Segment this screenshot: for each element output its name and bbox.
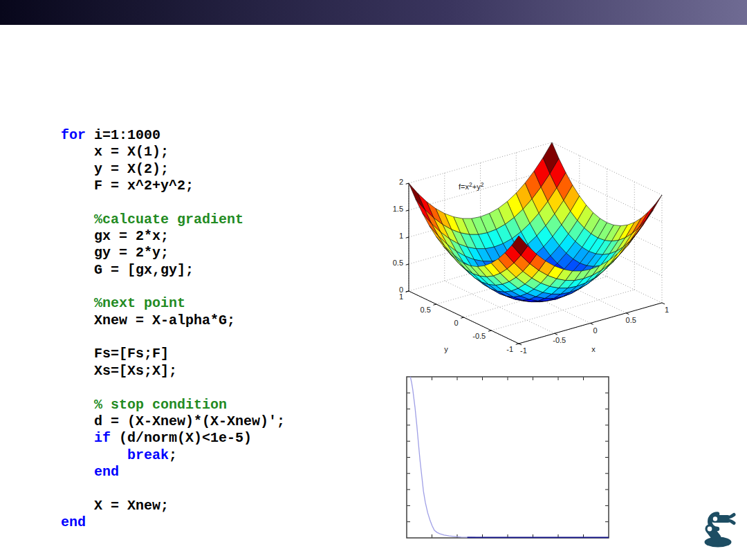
surface-plot-figure: -1-0.500.51-1-0.500.5100.511.52yxf=x2+y2 [374, 131, 685, 370]
code-line: for i=1:1000 [61, 127, 285, 144]
code-line: if (d/norm(X)<1e-5) [61, 430, 285, 447]
svg-text:1: 1 [665, 306, 669, 314]
svg-text:-1: -1 [520, 346, 527, 355]
svg-text:-0.5: -0.5 [553, 336, 566, 344]
convergence-plot-figure [406, 376, 610, 539]
svg-text:0: 0 [593, 326, 597, 335]
svg-text:0.5: 0.5 [393, 259, 403, 267]
code-line [61, 329, 285, 346]
robot-arm-icon [696, 510, 737, 551]
code-line [61, 279, 285, 295]
plot-box [407, 377, 609, 538]
code-line: gy = 2*y; [61, 245, 285, 261]
svg-text:0: 0 [399, 286, 403, 294]
svg-text:0.5: 0.5 [626, 316, 636, 324]
code-line: X = Xnew; [61, 498, 285, 514]
svg-text:y: y [444, 345, 448, 353]
code-line: end [61, 464, 285, 480]
code-line [61, 380, 285, 396]
code-line [61, 194, 285, 211]
svg-text:-0.5: -0.5 [472, 332, 486, 340]
code-line: Xs=[Xs;X]; [61, 363, 285, 380]
code-line: y = X(2); [61, 161, 285, 178]
code-line: end [61, 514, 285, 531]
svg-text:-1: -1 [506, 345, 513, 353]
code-line: break; [61, 447, 285, 464]
svg-text:0.5: 0.5 [420, 306, 430, 314]
code-line: %next point [61, 295, 285, 312]
robot-arm-shapes [705, 514, 738, 548]
code-line: %calcuate gradient [61, 212, 285, 228]
code-line [61, 480, 285, 497]
code-line: Xnew = X-alpha*G; [61, 312, 285, 329]
svg-text:x: x [591, 345, 596, 353]
presentation-slide: for i=1:1000 x = X(1); y = X(2); F = x^2… [0, 0, 747, 560]
code-line: x = X(1); [61, 144, 285, 160]
code-line: F = x^2+y^2; [61, 178, 285, 194]
surface-mesh [409, 142, 662, 302]
matlab-code-block: for i=1:1000 x = X(1); y = X(2); F = x^2… [61, 127, 285, 531]
surface-annotation: f=x2+y2 [459, 181, 484, 191]
slide-header-bar [0, 0, 747, 25]
code-line: G = [gx,gy]; [61, 262, 285, 279]
svg-text:0: 0 [454, 319, 458, 327]
svg-text:2: 2 [399, 178, 403, 186]
svg-text:1: 1 [399, 232, 403, 240]
code-line: Fs=[Fs;F] [61, 346, 285, 362]
code-line: d = (X-Xnew)*(X-Xnew)'; [61, 413, 285, 430]
svg-text:f=x2+y2: f=x2+y2 [459, 181, 484, 191]
code-line: % stop condition [61, 397, 285, 413]
svg-text:1.5: 1.5 [393, 205, 403, 213]
code-line: gx = 2*x; [61, 228, 285, 245]
